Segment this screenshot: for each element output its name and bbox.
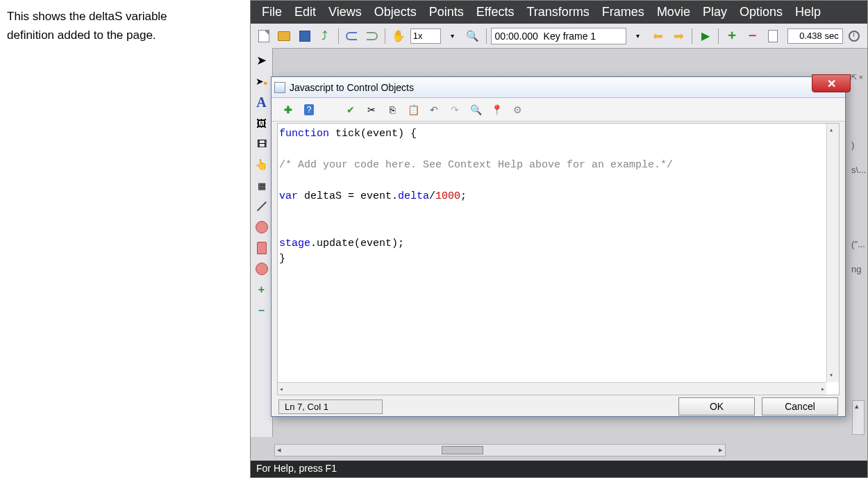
dialog-title: Javascript to Control Objects bbox=[290, 82, 414, 93]
toolbar-separator bbox=[385, 28, 385, 44]
pan-button[interactable]: ✋ bbox=[390, 27, 407, 45]
editor-h-scrollbar[interactable] bbox=[278, 382, 826, 395]
movie-tool[interactable]: 🎞 bbox=[253, 135, 270, 152]
plus-icon: ✚ bbox=[284, 104, 292, 115]
scrollbar-thumb[interactable] bbox=[442, 446, 483, 454]
text-icon: A bbox=[256, 94, 266, 110]
toolbar-separator bbox=[486, 28, 487, 44]
check-icon: ✔ bbox=[347, 104, 355, 115]
menu-options[interactable]: Options bbox=[735, 3, 787, 21]
subselect-tool[interactable]: ➤■ bbox=[253, 73, 270, 90]
toolbar-separator bbox=[718, 28, 719, 44]
new-file-button[interactable] bbox=[255, 27, 272, 45]
ellipse-tool[interactable] bbox=[253, 219, 270, 236]
menu-edit[interactable]: Edit bbox=[290, 3, 320, 21]
sprite-tool[interactable]: ▦ bbox=[253, 177, 270, 194]
plus-icon: + bbox=[258, 283, 265, 296]
find-button[interactable]: 🔍 bbox=[469, 103, 483, 117]
export-icon: ⤴ bbox=[322, 29, 328, 43]
settings-button[interactable]: ⚙ bbox=[510, 103, 524, 117]
paste-button[interactable]: 📋 bbox=[406, 103, 420, 117]
menu-objects[interactable]: Objects bbox=[370, 3, 421, 21]
remove-button[interactable]: − bbox=[744, 27, 761, 45]
cancel-button[interactable]: Cancel bbox=[762, 397, 838, 415]
pointer-icon: ➤ bbox=[256, 53, 267, 68]
chevron-down-icon: ▾ bbox=[451, 32, 454, 40]
check-button[interactable]: ✔ bbox=[344, 103, 358, 117]
undo-button[interactable] bbox=[343, 27, 360, 45]
delete-shape-tool[interactable]: − bbox=[253, 302, 270, 319]
gear-small-icon: ⚙ bbox=[513, 104, 522, 115]
export-button[interactable]: ⤴ bbox=[316, 27, 333, 45]
open-folder-icon bbox=[278, 31, 290, 41]
line-icon bbox=[256, 201, 266, 211]
menu-frames[interactable]: Frames bbox=[598, 3, 649, 21]
copy-button[interactable]: ⎘ bbox=[385, 103, 399, 117]
dialog-close-button[interactable]: ✕ bbox=[812, 74, 851, 92]
prev-frame-button[interactable]: ⬅ bbox=[649, 27, 667, 45]
play-button[interactable]: ▶ bbox=[696, 27, 714, 45]
next-frame-button[interactable]: ➡ bbox=[670, 27, 687, 45]
canvas-h-scrollbar[interactable] bbox=[274, 444, 726, 456]
script-dialog: Javascript to Control Objects ✕ ✚ ? ✔ ✂ … bbox=[271, 76, 846, 417]
menu-points[interactable]: Points bbox=[425, 3, 468, 21]
minus-icon: − bbox=[749, 28, 757, 44]
menu-transforms[interactable]: Transforms bbox=[523, 3, 594, 21]
editor-v-scrollbar[interactable] bbox=[826, 124, 839, 382]
zoom-in-button[interactable]: 🔍 bbox=[464, 27, 481, 45]
tool-palette: ➤ ➤■ A 🖼 🎞 👆 ▦ + − bbox=[251, 48, 273, 437]
background-panel-text: ) s\... ("... ng bbox=[851, 133, 866, 283]
select-tool[interactable]: ➤ bbox=[253, 52, 270, 69]
rect-icon bbox=[257, 242, 267, 254]
redo-button[interactable] bbox=[363, 27, 381, 45]
film-icon: 🎞 bbox=[257, 138, 267, 149]
copy-icon: ⎘ bbox=[390, 104, 395, 115]
help-icon: ? bbox=[304, 104, 315, 115]
close-icon: ✕ bbox=[827, 77, 836, 90]
button-tool[interactable]: 👆 bbox=[253, 156, 270, 173]
menu-movie[interactable]: Movie bbox=[653, 3, 694, 21]
undo-icon bbox=[346, 32, 357, 40]
hand-click-icon: 👆 bbox=[255, 158, 268, 171]
menu-help[interactable]: Help bbox=[791, 3, 825, 21]
magnifier-icon: 🔍 bbox=[470, 104, 482, 115]
add-shape-tool[interactable]: + bbox=[253, 281, 270, 298]
zoom-dropdown[interactable]: ▾ bbox=[444, 27, 461, 45]
time-display[interactable] bbox=[787, 28, 843, 44]
bookmark-button[interactable]: 📍 bbox=[490, 103, 503, 117]
dialog-titlebar[interactable]: Javascript to Control Objects ✕ bbox=[272, 77, 845, 98]
new-file-icon bbox=[258, 30, 269, 42]
frame-select[interactable] bbox=[491, 28, 626, 44]
pin-icon: 📍 bbox=[491, 104, 503, 115]
properties-button[interactable] bbox=[764, 27, 781, 45]
redo-script-button[interactable]: ↷ bbox=[448, 103, 462, 117]
undo-script-button[interactable]: ↶ bbox=[427, 103, 441, 117]
clock-button[interactable] bbox=[846, 27, 863, 45]
add-button[interactable]: + bbox=[723, 27, 740, 45]
line-tool[interactable] bbox=[253, 198, 270, 215]
arrow-right-icon: ➡ bbox=[674, 28, 684, 44]
frame-dropdown[interactable]: ▾ bbox=[629, 27, 646, 45]
text-tool[interactable]: A bbox=[253, 94, 270, 110]
dialog-toolbar: ✚ ? ✔ ✂ ⎘ 📋 ↶ ↷ 🔍 📍 ⚙ bbox=[272, 98, 845, 122]
code-editor[interactable]: function tick(event) { /* Add your code … bbox=[277, 123, 840, 395]
cursor-position: Ln 7, Col 1 bbox=[278, 399, 383, 414]
image-tool[interactable]: 🖼 bbox=[253, 115, 270, 131]
menu-play[interactable]: Play bbox=[699, 3, 731, 21]
help-button[interactable]: ? bbox=[302, 103, 316, 117]
clock-icon bbox=[849, 31, 860, 42]
panel-pin-close[interactable]: ⇱ × bbox=[851, 73, 863, 82]
menu-views[interactable]: Views bbox=[324, 3, 366, 21]
ok-button[interactable]: OK bbox=[678, 397, 755, 415]
open-file-button[interactable] bbox=[275, 27, 292, 45]
save-button[interactable] bbox=[296, 27, 313, 45]
menu-effects[interactable]: Effects bbox=[472, 3, 519, 21]
circle-tool[interactable] bbox=[253, 261, 270, 277]
menu-file[interactable]: File bbox=[258, 3, 286, 21]
add-snippet-button[interactable]: ✚ bbox=[281, 103, 295, 117]
zoom-select[interactable] bbox=[410, 28, 441, 44]
main-toolbar: ⤴ ✋ ▾ 🔍 ▾ ⬅ ➡ ▶ + − bbox=[251, 24, 867, 49]
rect-tool[interactable] bbox=[253, 240, 270, 256]
canvas-v-scrollbar[interactable] bbox=[852, 400, 865, 435]
cut-button[interactable]: ✂ bbox=[365, 103, 378, 117]
